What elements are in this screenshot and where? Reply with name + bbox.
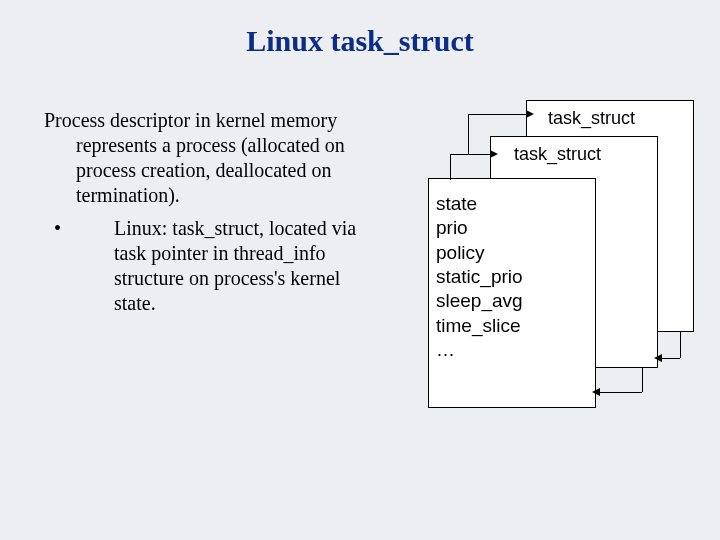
slide: Linux task_struct Process descriptor in …	[0, 0, 720, 540]
paragraph: Process descriptor in kernel memory repr…	[44, 108, 374, 208]
diagram: task_struct task_struct state prio polic…	[410, 100, 700, 400]
arrow-link	[680, 332, 681, 358]
paragraph-text: Process descriptor in kernel memory repr…	[44, 109, 345, 206]
arrow-link	[468, 114, 469, 154]
bullet-dot: •	[84, 216, 114, 241]
arrow-link	[468, 114, 528, 115]
arrow-link	[598, 392, 642, 393]
arrow-head-icon	[490, 150, 498, 158]
slide-title: Linux task_struct	[0, 24, 720, 58]
body-text: Process descriptor in kernel memory repr…	[44, 108, 374, 316]
task-struct-label-mid: task_struct	[514, 144, 601, 165]
bullet-item: • Linux: task_struct, located via task p…	[44, 216, 374, 316]
arrow-link	[450, 154, 492, 155]
arrow-link	[660, 358, 680, 359]
bullet-text: Linux: task_struct, located via task poi…	[114, 217, 356, 314]
arrow-link	[642, 368, 643, 392]
arrow-head-icon	[592, 388, 600, 396]
task-struct-fields: state prio policy static_prio sleep_avg …	[436, 192, 523, 362]
arrow-head-icon	[526, 110, 534, 118]
task-struct-label-back: task_struct	[548, 108, 635, 129]
arrow-head-icon	[654, 354, 662, 362]
arrow-link	[450, 154, 451, 180]
